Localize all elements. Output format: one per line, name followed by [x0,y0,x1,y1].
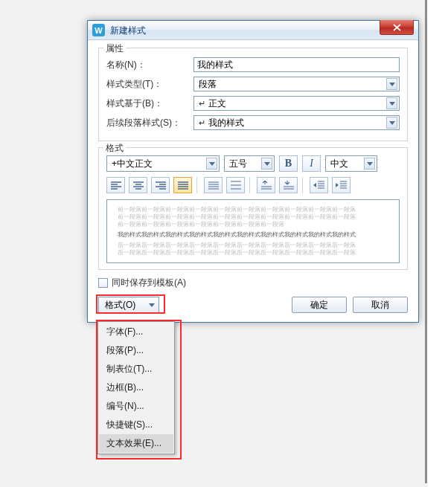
line-spacing-loose-icon [231,181,241,190]
align-right-icon [156,181,166,190]
close-button[interactable] [380,20,414,35]
preview-line: 后一段落后一段落后一段落后一段落后一段落后一段落后一段落后一段落后一段落后一段落 [118,249,388,257]
app-icon: W [92,24,105,36]
dropdown-arrow-icon [386,78,397,90]
decrease-indent-icon [313,181,324,190]
menu-item-font[interactable]: 字体(F)... [99,323,173,341]
menu-item-border[interactable]: 边框(B)... [99,378,173,397]
based-on-combo[interactable]: ↵正文 [193,96,400,111]
close-icon [393,24,401,31]
properties-group: 属性 名称(N)： 样式类型(T)： 段落 样式基于(B)： ↵正文 [98,48,408,141]
preview-line: 后一段落后一段落后一段落后一段落后一段落后一段落后一段落后一段落后一段落后一段落 [118,242,388,249]
decrease-indent-button[interactable] [310,177,328,193]
name-input[interactable] [193,57,400,72]
cancel-button[interactable]: 取消 [353,297,408,313]
style-type-label: 样式类型(T)： [106,78,193,91]
name-label: 名称(N)： [106,59,193,71]
dropdown-arrow-icon [386,97,397,109]
format-popup-menu: 字体(F)... 段落(P)... 制表位(T)... 边框(B)... 编号(… [97,321,175,454]
following-style-label: 后续段落样式(S)： [106,117,193,129]
save-to-template-label: 同时保存到模板(A) [112,277,186,289]
format-menu-button[interactable]: 格式(O) [98,297,159,313]
align-center-button[interactable] [129,177,147,193]
ok-button[interactable]: 确定 [292,297,347,313]
preview-pane: 前一段落前一段落前一段落前一段落前一段落前一段落前一段落前一段落前一段落前一段落… [106,199,400,263]
font-size-value: 五号 [229,158,247,170]
toolbar-separator [302,177,305,193]
align-justify-icon [178,181,188,190]
titlebar[interactable]: W 新建样式 [88,21,418,40]
dropdown-arrow-icon [149,303,155,307]
toolbar-separator [249,177,252,193]
line-spacing-loose-button[interactable] [226,177,245,193]
decrease-para-spacing-button[interactable] [279,177,298,193]
increase-para-spacing-button[interactable] [257,177,275,193]
dialog-title: 新建样式 [110,25,146,37]
menu-item-tabs[interactable]: 制表位(T)... [99,360,173,378]
menu-item-numbering[interactable]: 编号(N)... [99,397,173,416]
language-combo[interactable]: 中文 [325,155,377,172]
font-value: +中文正文 [112,158,153,170]
line-spacing-tight-button[interactable] [204,177,223,193]
following-style-combo[interactable]: ↵我的样式 [193,115,400,130]
dropdown-arrow-icon [386,117,397,129]
language-value: 中文 [330,158,348,170]
increase-indent-button[interactable] [332,177,351,193]
format-group: 格式 +中文正文 五号 B I 中文 [98,147,408,270]
align-left-button[interactable] [106,177,125,193]
align-right-button[interactable] [151,177,170,193]
style-type-combo[interactable]: 段落 [193,77,400,91]
italic-button[interactable]: I [302,155,321,172]
dropdown-arrow-icon [364,158,375,170]
align-justify-button[interactable] [173,177,192,193]
increase-para-spacing-icon [261,181,272,190]
dropdown-arrow-icon [206,158,217,170]
based-on-label: 样式基于(B)： [106,97,193,110]
based-on-value: ↵正文 [199,97,226,110]
preview-line: 前一段落前一段落前一段落前一段落前一段落前一段落前一段落 [118,221,388,228]
bold-button[interactable]: B [279,155,298,172]
decrease-para-spacing-icon [284,181,294,190]
paper-edge [425,0,427,483]
format-menu-label: 格式(O) [105,299,135,312]
following-style-value: ↵我的样式 [199,117,244,129]
dropdown-arrow-icon [261,158,272,170]
font-combo[interactable]: +中文正文 [106,155,220,172]
cancel-label: 取消 [371,299,389,312]
menu-item-text-effect[interactable]: 文本效果(E)... [99,434,173,453]
align-center-icon [133,181,144,190]
checkbox-box-icon [98,278,108,288]
menu-item-paragraph[interactable]: 段落(P)... [99,341,173,360]
new-style-dialog: W 新建样式 属性 名称(N)： 样式类型(T)： 段落 样式基于(B)： [87,20,419,323]
menu-item-shortcut[interactable]: 快捷键(S)... [99,416,173,434]
font-size-combo[interactable]: 五号 [224,155,275,172]
save-to-template-checkbox[interactable]: 同时保存到模板(A) [98,277,408,289]
align-left-icon [111,181,121,190]
preview-line: 前一段落前一段落前一段落前一段落前一段落前一段落前一段落前一段落前一段落前一段落 [118,213,388,221]
properties-legend: 属性 [103,42,126,55]
format-legend: 格式 [103,142,126,155]
toolbar-separator [196,177,199,193]
preview-line: 前一段落前一段落前一段落前一段落前一段落前一段落前一段落前一段落前一段落前一段落 [118,206,388,213]
increase-indent-icon [336,181,347,190]
line-spacing-tight-icon [208,181,219,190]
ok-label: 确定 [310,299,328,312]
style-type-value: 段落 [199,78,217,91]
preview-current-line: 我的样式我的样式我的样式我的样式我的样式我的样式我的样式我的样式我的样式我的样式 [118,231,388,239]
